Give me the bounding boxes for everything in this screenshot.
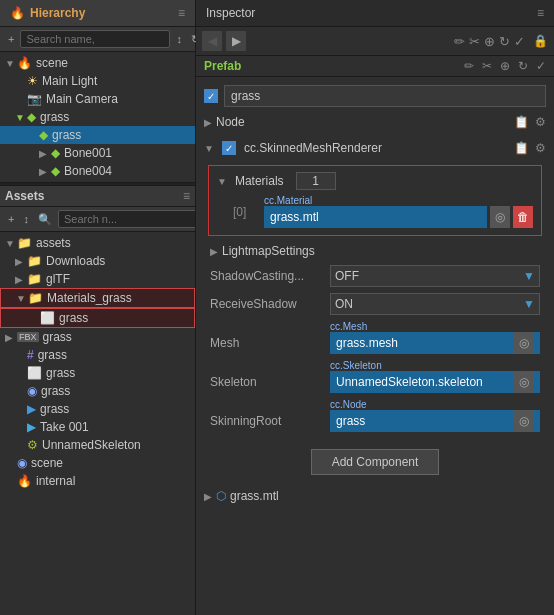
material-delete-button[interactable]: 🗑	[513, 206, 533, 228]
top-bar: 🔥 Hierarchy ≡ Inspector ≡	[0, 0, 554, 27]
hierarchy-menu-icon[interactable]: ≡	[178, 6, 185, 20]
skinned-mesh-enabled[interactable]	[222, 141, 236, 155]
skeleton-row-inner: Skeleton UnnamedSkeleton.skeleton ◎	[210, 371, 540, 393]
receive-shadow-value: ON	[335, 297, 353, 311]
skinned-copy-icon[interactable]: 📋	[514, 141, 529, 155]
receive-shadow-label: ReceiveShadow	[210, 297, 330, 311]
left-panel: + ↕ ↻ ▼ 🔥 scene ☀ Main Light	[0, 27, 196, 615]
assets-header: Assets ≡	[0, 186, 195, 207]
hierarchy-tab-label: Hierarchy	[30, 6, 85, 20]
assets-search-toggle[interactable]: 🔍	[35, 211, 55, 228]
grass-mtl-section[interactable]: ▶ ⬡ grass.mtl	[196, 485, 554, 507]
node-section-header[interactable]: ▶ Node 📋 ⚙	[196, 111, 554, 133]
skinning-root-copy-button[interactable]: ◎	[514, 410, 534, 432]
assets-item-grass-hash[interactable]: # grass	[0, 346, 195, 364]
inspector-tab[interactable]: Inspector ≡	[195, 0, 554, 26]
receive-shadow-select[interactable]: ON ▼	[330, 293, 540, 315]
prefab-unlink-icon[interactable]: ✂	[482, 59, 492, 73]
assets-sort-button[interactable]: ↕	[20, 211, 32, 227]
assets-item-grass-box-yellow[interactable]: ⬜ grass	[0, 364, 195, 382]
prefab-edit-icon[interactable]: ✏	[464, 59, 474, 73]
add-node-button[interactable]: +	[5, 31, 17, 47]
lightmap-arrow: ▶	[210, 246, 218, 257]
assets-add-button[interactable]: +	[5, 211, 17, 227]
assets-item-grass-material[interactable]: ⬜ grass	[0, 308, 195, 328]
assets-item-internal[interactable]: 🔥 internal	[0, 472, 195, 490]
material-index-label: [0]	[233, 205, 258, 219]
mesh-copy-button[interactable]: ◎	[514, 332, 534, 354]
refresh-icon[interactable]: ↻	[499, 34, 510, 49]
material-value-input[interactable]	[264, 206, 487, 228]
materials-count-input[interactable]	[296, 172, 336, 190]
assets-item-grass-anim[interactable]: ▶ grass	[0, 400, 195, 418]
skinned-gear-icon[interactable]: ⚙	[535, 141, 546, 155]
assets-item-fbx-grass[interactable]: ▶ FBX grass	[0, 328, 195, 346]
mesh-type-badge: cc.Mesh	[210, 321, 540, 332]
hierarchy-toolbar: + ↕ ↻	[0, 27, 195, 52]
skeleton-copy-button[interactable]: ◎	[514, 371, 534, 393]
tree-item-main-camera[interactable]: 📷 Main Camera	[0, 90, 195, 108]
lightmap-section[interactable]: ▶ LightmapSettings	[202, 240, 548, 262]
assets-section: Assets ≡ + ↕ 🔍 ↕ ↻ ▼ 📁 assets	[0, 186, 195, 615]
hierarchy-tab[interactable]: 🔥 Hierarchy ≡	[0, 0, 195, 26]
skinned-mesh-header[interactable]: ▼ cc.SkinnedMeshRenderer 📋 ⚙	[202, 137, 548, 159]
node-gear-icon[interactable]: ⚙	[535, 115, 546, 129]
assets-search-input[interactable]	[58, 210, 195, 228]
receive-shadow-row: ReceiveShadow ON ▼	[202, 290, 548, 318]
shadow-casting-select[interactable]: OFF ▼	[330, 265, 540, 287]
copy-icon[interactable]: ⊕	[484, 34, 495, 49]
node-copy-icon[interactable]: 📋	[514, 115, 529, 129]
node-enabled-checkbox[interactable]	[204, 89, 218, 103]
tree-item-grass-parent[interactable]: ▼ ◆ grass	[0, 108, 195, 126]
tree-item-main-light[interactable]: ☀ Main Light	[0, 72, 195, 90]
skinning-root-value: grass ◎	[330, 410, 540, 432]
lock-icon[interactable]: 🔒	[533, 34, 548, 48]
prefab-locate-icon[interactable]: ⊕	[500, 59, 510, 73]
prefab-apply-icon[interactable]: ✓	[536, 59, 546, 73]
assets-menu-icon[interactable]: ≡	[183, 189, 190, 203]
materials-header: ▼ Materials	[213, 170, 537, 192]
mesh-row: cc.Mesh Mesh grass.mesh ◎	[202, 318, 548, 357]
main-layout: + ↕ ↻ ▼ 🔥 scene ☀ Main Light	[0, 27, 554, 615]
inspector-menu-icon[interactable]: ≡	[537, 6, 544, 20]
hierarchy-sort-button[interactable]: ↕	[173, 31, 185, 47]
skinned-mesh-title: cc.SkinnedMeshRenderer	[244, 141, 382, 155]
assets-tree: ▼ 📁 assets ▶ 📁 Downloads ▶ 📁 glTF	[0, 232, 195, 615]
inspector-tab-label: Inspector	[206, 6, 255, 20]
assets-item-assets[interactable]: ▼ 📁 assets	[0, 234, 195, 252]
nav-back-button[interactable]: ◀	[202, 31, 222, 51]
material-ref: cc.Material ◎ 🗑	[264, 195, 533, 228]
hierarchy-search-input[interactable]	[20, 30, 170, 48]
check-icon[interactable]: ✓	[514, 34, 525, 49]
skeleton-type-badge: cc.Skeleton	[210, 360, 540, 371]
material-type-badge: cc.Material	[264, 195, 533, 206]
shadow-casting-label: ShadowCasting...	[210, 269, 330, 283]
prefab-reload-icon[interactable]: ↻	[518, 59, 528, 73]
skeleton-value: UnnamedSkeleton.skeleton ◎	[330, 371, 540, 393]
tree-item-bone001[interactable]: ▶ ◆ Bone001	[0, 144, 195, 162]
material-locate-button[interactable]: ◎	[490, 206, 510, 228]
skinned-mesh-icons: 📋 ⚙	[514, 141, 546, 155]
nav-forward-button[interactable]: ▶	[226, 31, 246, 51]
assets-item-grass-scene[interactable]: ◉ grass	[0, 382, 195, 400]
add-component-button[interactable]: Add Component	[311, 449, 440, 475]
inspector-panel: ◀ ▶ ✏ ✂ ⊕ ↻ ✓ 🔒 Prefab ✏ ✂ ⊕ ↻ ✓	[196, 27, 554, 615]
tree-item-bone004[interactable]: ▶ ◆ Bone004	[0, 162, 195, 180]
inspector-nav-icons: ✏ ✂ ⊕ ↻ ✓	[454, 34, 525, 49]
mesh-label: Mesh	[210, 336, 330, 350]
assets-item-take001[interactable]: ▶ Take 001	[0, 418, 195, 436]
skeleton-label: Skeleton	[210, 375, 330, 389]
node-name-input[interactable]	[224, 85, 546, 107]
edit-icon[interactable]: ✏	[454, 34, 465, 49]
skeleton-row: cc.Skeleton Skeleton UnnamedSkeleton.ske…	[202, 357, 548, 396]
tree-item-scene[interactable]: ▼ 🔥 scene	[0, 54, 195, 72]
assets-item-scene[interactable]: ◉ scene	[0, 454, 195, 472]
assets-item-materials-grass[interactable]: ▼ 📁 Materials_grass	[0, 288, 195, 308]
assets-item-downloads[interactable]: ▶ 📁 Downloads	[0, 252, 195, 270]
add-component-row: Add Component	[196, 439, 554, 485]
assets-item-unnamed-skeleton[interactable]: ⚙ UnnamedSkeleton	[0, 436, 195, 454]
assets-item-gltf[interactable]: ▶ 📁 glTF	[0, 270, 195, 288]
tree-item-grass-selected[interactable]: ◆ grass	[0, 126, 195, 144]
prefab-bar: Prefab ✏ ✂ ⊕ ↻ ✓	[196, 56, 554, 77]
cut-icon[interactable]: ✂	[469, 34, 480, 49]
